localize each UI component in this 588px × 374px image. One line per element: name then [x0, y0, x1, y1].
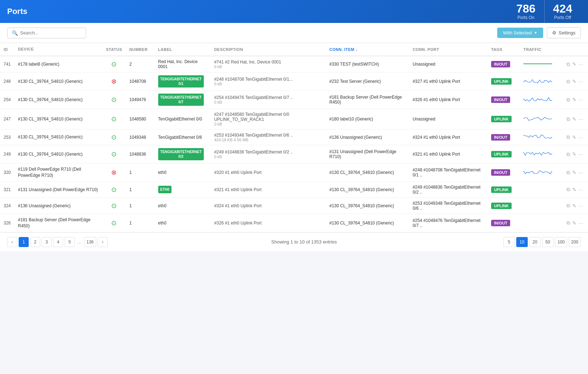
description-main: #247 #1048580 TenGigabitEthernet 0/0 UPL…	[214, 112, 322, 122]
per-page-5-button[interactable]: 5	[503, 237, 515, 247]
more-icon[interactable]: ···	[579, 79, 583, 84]
search-box[interactable]: 🔍	[7, 28, 86, 38]
status-on-icon: ⊙	[111, 151, 117, 158]
edit-icon[interactable]: ✎	[572, 187, 577, 193]
status-on-icon: ⊙	[111, 219, 117, 227]
status-on-icon: ⊙	[111, 202, 117, 209]
row-description: #248 #1048708 TenGigabitEthernet 0/1... …	[211, 72, 326, 91]
row-description: #324 #1 eth0 Uplink Port	[211, 198, 326, 214]
row-status: ⊙	[102, 109, 126, 129]
row-description: #253 #1049348 TenGigabitEthernet 0/6 .. …	[211, 129, 326, 145]
edit-icon[interactable]: ✎	[572, 79, 577, 84]
edit-icon[interactable]: ✎	[572, 61, 577, 67]
settings-button[interactable]: ⚙ Settings	[547, 27, 581, 38]
col-header-actions	[563, 43, 588, 56]
prev-page-button[interactable]: ‹	[7, 237, 17, 247]
copy-icon[interactable]: ⧉	[566, 151, 570, 157]
per-page-100-button[interactable]: 100	[555, 237, 567, 247]
tag-badge: IN/OUT	[491, 134, 510, 141]
pagination-left: ‹ 1 2 3 4 5 ... 136 ›	[7, 237, 108, 247]
edit-icon[interactable]: ✎	[572, 220, 577, 226]
row-conn-port: #327 #1 eth0 Uplink Port	[409, 72, 488, 91]
row-tags: UPLINK	[488, 181, 520, 198]
per-page-10-button[interactable]: 10	[516, 237, 528, 247]
more-icon[interactable]: ···	[579, 97, 583, 103]
more-icon[interactable]: ···	[579, 220, 583, 226]
row-traffic	[520, 109, 563, 129]
edit-icon[interactable]: ✎	[572, 151, 577, 157]
ports-table-container: ID DEVICE STATUS NUMBER LABEL DESCRIPTIO…	[0, 43, 588, 232]
col-header-conn-item[interactable]: CONN. ITEM ↓	[326, 43, 409, 56]
row-number: 1049348	[126, 129, 155, 145]
copy-icon[interactable]: ⧉	[566, 61, 570, 67]
copy-icon[interactable]: ⧉	[566, 97, 570, 103]
label-text: TenGigabitEthernet 0/0	[158, 117, 202, 122]
page-1-button[interactable]: 1	[19, 237, 29, 247]
ports-on-stat: 786 Ports On	[508, 0, 544, 23]
copy-icon[interactable]: ⧉	[566, 170, 570, 176]
description-sub: 0 kB	[214, 82, 322, 86]
more-icon[interactable]: ···	[579, 61, 583, 67]
row-traffic	[520, 129, 563, 145]
with-selected-button[interactable]: With Selected ▼	[497, 28, 543, 38]
next-page-button[interactable]: ›	[98, 237, 108, 247]
page-4-button[interactable]: 4	[53, 237, 63, 247]
more-icon[interactable]: ···	[579, 170, 583, 175]
copy-icon[interactable]: ⧉	[566, 203, 570, 209]
col-header-label: LABEL	[155, 43, 211, 56]
row-label: TenGigabitEthernet 0/6	[155, 129, 211, 145]
row-actions: ⧉ ✎ ···	[563, 56, 588, 72]
more-icon[interactable]: ···	[579, 116, 583, 122]
copy-icon[interactable]: ⧉	[566, 186, 570, 193]
page-3-button[interactable]: 3	[42, 237, 52, 247]
edit-icon[interactable]: ✎	[572, 203, 577, 209]
copy-icon[interactable]: ⧉	[566, 220, 570, 226]
row-device: #178 label8 (Generic)	[14, 56, 102, 72]
col-header-status: STATUS	[102, 43, 126, 56]
row-label: TENGIGABITETHERNET0/1	[155, 72, 211, 91]
search-icon: 🔍	[12, 30, 18, 36]
label-text: eth0	[158, 170, 166, 175]
more-icon[interactable]: ···	[579, 203, 583, 209]
row-description: #320 #1 eth0 Uplink Port	[211, 164, 326, 182]
row-number: 1048708	[126, 72, 155, 91]
tag-badge: UPLINK	[491, 151, 512, 157]
description-sub: 424.18 KB 4.56 MB	[214, 138, 322, 142]
traffic-sparkline	[523, 60, 552, 68]
copy-icon[interactable]: ⧉	[566, 134, 570, 140]
row-conn-item: #181 Backup Server (Dell PowerEdge R450)	[326, 91, 409, 109]
traffic-sparkline	[523, 95, 552, 104]
tag-badge: IN/OUT	[491, 169, 510, 176]
toolbar-right: With Selected ▼ ⚙ Settings	[497, 27, 581, 38]
per-page-50-button[interactable]: 50	[542, 237, 554, 247]
col-header-number: NUMBER	[126, 43, 155, 56]
table-row: 321 #131 Unassigned (Dell PowerEdge R710…	[0, 181, 588, 198]
search-input[interactable]	[20, 30, 81, 35]
traffic-sparkline	[523, 77, 552, 85]
page-2-button[interactable]: 2	[30, 237, 40, 247]
edit-icon[interactable]: ✎	[572, 134, 577, 140]
label-badge: TENGIGABITETHERNET0/7	[158, 94, 204, 106]
per-page-200-button[interactable]: 200	[569, 237, 581, 247]
description-main: #254 #1049476 TenGigabitEthernet 0/7 ..	[214, 95, 322, 100]
table-row: 326 #181 Backup Server (Dell PowerEdge R…	[0, 214, 588, 232]
row-label: eth0	[155, 198, 211, 214]
ports-off-label: Ports Off	[553, 15, 572, 20]
copy-icon[interactable]: ⧉	[566, 79, 570, 85]
edit-icon[interactable]: ✎	[572, 116, 577, 122]
row-actions: ⧉ ✎ ···	[563, 198, 588, 214]
row-traffic	[520, 72, 563, 91]
per-page-20-button[interactable]: 20	[529, 237, 541, 247]
row-tags: UPLINK	[488, 72, 520, 91]
page-136-button[interactable]: 136	[84, 237, 96, 247]
edit-icon[interactable]: ✎	[572, 97, 577, 103]
more-icon[interactable]: ···	[579, 151, 583, 157]
row-conn-port: #324 #1 eth0 Uplink Port	[409, 129, 488, 145]
page-5-button[interactable]: 5	[65, 237, 75, 247]
copy-icon[interactable]: ⧉	[566, 116, 570, 122]
more-icon[interactable]: ···	[579, 187, 583, 193]
status-off-icon: ⊗	[111, 78, 117, 85]
row-status: ⊙	[102, 145, 126, 164]
more-icon[interactable]: ···	[579, 134, 583, 140]
edit-icon[interactable]: ✎	[572, 170, 577, 175]
